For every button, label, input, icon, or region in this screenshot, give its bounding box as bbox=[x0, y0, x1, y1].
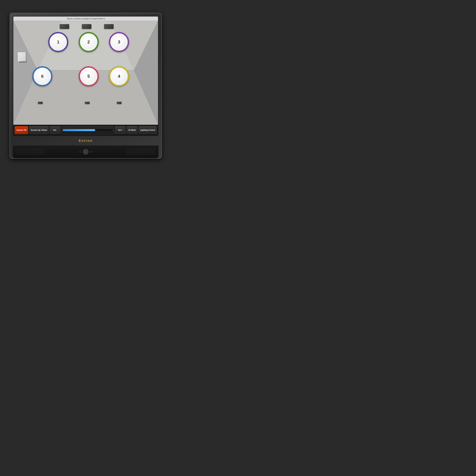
screen-location-6[interactable]: 6 bbox=[34, 68, 51, 85]
room-area: Lectern 1 2 3 4 5 6 bbox=[13, 21, 158, 125]
volume-slider[interactable] bbox=[61, 126, 114, 134]
volume-fill bbox=[63, 129, 95, 131]
vol-plus-button[interactable]: Vol + bbox=[115, 126, 126, 134]
stand-6 bbox=[38, 102, 43, 104]
volume-track bbox=[63, 129, 113, 131]
screen-location-3[interactable]: 3 bbox=[110, 33, 128, 51]
speaker-grille-right bbox=[127, 149, 155, 155]
screen-location-5[interactable]: 5 bbox=[80, 68, 97, 85]
screen-location-1[interactable]: 1 bbox=[50, 33, 67, 51]
system-off-button[interactable]: System Off bbox=[15, 126, 28, 134]
indicator-dots bbox=[79, 149, 92, 155]
screen-location-4[interactable]: 4 bbox=[110, 68, 128, 85]
screen: Touch a Screen Location to view/control … bbox=[13, 17, 158, 136]
vol-minus-button[interactable]: Vol - bbox=[50, 126, 60, 134]
speaker-area: // Generate speaker dots via JS after re… bbox=[13, 146, 158, 158]
indicator-dot-right bbox=[90, 151, 92, 153]
extron-device: Touch a Screen Location to view/control … bbox=[10, 13, 162, 159]
speaker-grille-left: // Generate speaker dots via JS after re… bbox=[16, 149, 45, 155]
circles-container: 1 2 3 4 5 6 bbox=[13, 21, 158, 125]
stand-4 bbox=[117, 102, 121, 104]
lighting-control-button[interactable]: Lighting Control bbox=[138, 126, 157, 134]
screen-location-2[interactable]: 2 bbox=[80, 33, 97, 51]
instruction-bar: Touch a Screen Location to view/control … bbox=[13, 17, 158, 21]
camera-button[interactable] bbox=[83, 149, 88, 155]
brand-name: Extron bbox=[79, 139, 93, 143]
instruction-text: Touch a Screen Location to view/control … bbox=[67, 17, 105, 20]
stand-5 bbox=[85, 102, 90, 104]
brand-area: Extron bbox=[79, 136, 93, 146]
screen-updown-button[interactable]: Screen Up / Down bbox=[29, 126, 49, 134]
toolbar: System Off Screen Up / Down Vol - Vol + bbox=[13, 125, 158, 136]
indicator-dot-left bbox=[79, 151, 81, 153]
av-mute-button[interactable]: AV Mute bbox=[127, 126, 137, 134]
screen-bezel: Touch a Screen Location to view/control … bbox=[13, 16, 158, 136]
